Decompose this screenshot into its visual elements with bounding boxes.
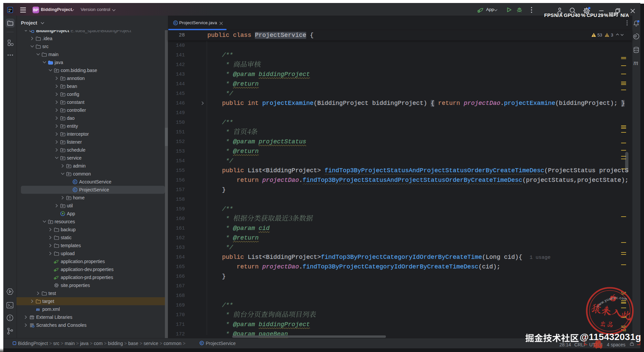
- svg-text:C: C: [201, 341, 203, 345]
- svg-text:C: C: [74, 180, 76, 183]
- svg-text:m: m: [36, 307, 40, 312]
- svg-text:IJ: IJ: [8, 8, 12, 11]
- svg-text:C: C: [175, 21, 177, 25]
- svg-text:C: C: [74, 188, 76, 191]
